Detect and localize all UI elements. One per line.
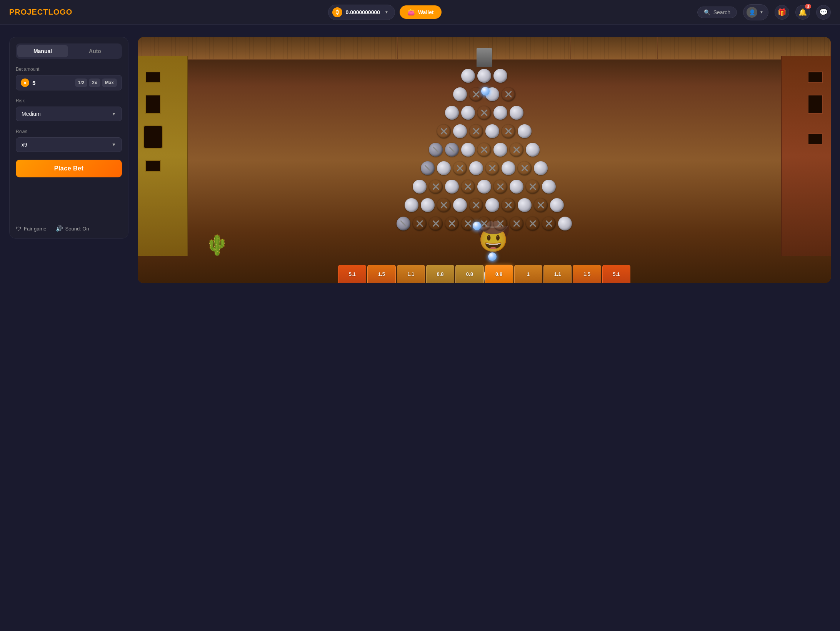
sound-button[interactable]: 🔊 Sound: On <box>56 225 89 232</box>
shield-icon: 🛡 <box>16 225 22 232</box>
peg <box>461 106 475 120</box>
gift-button[interactable]: 🎁 <box>775 5 789 20</box>
ceiling-plank <box>224 37 311 59</box>
score-bucket: 0.8 <box>485 265 513 283</box>
bell-icon: 🔔 <box>798 8 807 17</box>
peg <box>405 198 418 212</box>
peg <box>477 106 491 120</box>
peg <box>526 143 540 157</box>
footer-row: 🛡 Fair game 🔊 Sound: On <box>16 224 122 232</box>
bet-amount-section: Bet amount ● 5 1/2 2x Max <box>16 67 122 90</box>
ceiling-plank <box>398 37 484 59</box>
peg-row <box>353 179 615 195</box>
fair-game-button[interactable]: 🛡 Fair game <box>16 225 47 232</box>
logo-suffix: LOGO <box>48 8 72 16</box>
peg <box>502 87 515 101</box>
score-bucket: 0.8 <box>426 265 454 283</box>
ball-1 <box>481 87 490 95</box>
peg <box>461 180 475 194</box>
bet-amount-label: Bet amount <box>16 67 122 72</box>
tab-auto[interactable]: Auto <box>70 45 120 57</box>
peg <box>502 124 515 138</box>
peg <box>493 180 507 194</box>
score-bucket: 1.5 <box>367 265 395 283</box>
ceiling-plank <box>571 37 657 59</box>
peg <box>542 217 556 230</box>
peg <box>485 161 499 175</box>
sound-icon: 🔊 <box>56 225 63 232</box>
btc-icon: ₿ <box>332 7 342 17</box>
ceiling-plank <box>658 37 744 59</box>
max-bet-button[interactable]: Max <box>102 78 117 87</box>
peg <box>526 217 540 230</box>
peg <box>437 124 451 138</box>
wallet-button[interactable]: 👛 Wallet <box>400 5 442 19</box>
rows-section: Rows x9 ▼ <box>16 129 122 152</box>
ball-3 <box>488 252 497 261</box>
building-right <box>781 56 831 256</box>
peg-row <box>353 123 615 139</box>
logo: PROJECTLOGO <box>9 8 72 17</box>
rows-select[interactable]: x9 ▼ <box>16 137 122 152</box>
wallet-icon: 👛 <box>407 8 415 16</box>
chat-button[interactable]: 💬 <box>816 5 831 20</box>
peg-row <box>353 105 615 121</box>
peg <box>550 198 564 212</box>
main-content: Manual Auto Bet amount ● 5 1/2 2x Max Ri… <box>0 25 840 295</box>
double-bet-button[interactable]: 2x <box>89 78 100 87</box>
peg <box>510 217 523 230</box>
user-menu[interactable]: 👤 ▼ <box>743 4 768 20</box>
rows-label: Rows <box>16 129 122 134</box>
ceiling-plank <box>744 37 831 59</box>
header-center: ₿ 0.0000000000 ▼ 👛 Wallet <box>328 5 441 20</box>
ceiling-plank <box>311 37 398 59</box>
peg <box>445 217 459 230</box>
peg <box>518 124 532 138</box>
peg <box>469 198 483 212</box>
risk-select[interactable]: Medium ▼ <box>16 107 122 121</box>
building-left <box>138 56 188 256</box>
peg <box>453 87 467 101</box>
half-bet-button[interactable]: 1/2 <box>75 78 88 87</box>
risk-value: Medium <box>22 111 41 117</box>
chat-icon: 💬 <box>819 8 828 17</box>
peg <box>477 143 491 157</box>
peg <box>445 106 459 120</box>
peg <box>429 180 443 194</box>
ceiling-plank <box>484 37 571 59</box>
tab-manual[interactable]: Manual <box>17 45 68 57</box>
peg <box>469 87 483 101</box>
peg <box>510 106 523 120</box>
peg <box>477 69 491 83</box>
peg <box>502 161 515 175</box>
balance-pill[interactable]: ₿ 0.0000000000 ▼ <box>328 5 395 20</box>
peg <box>453 198 467 212</box>
peg <box>534 198 548 212</box>
peg <box>453 124 467 138</box>
score-bucket: 1 <box>514 265 542 283</box>
peg <box>469 161 483 175</box>
peg <box>429 217 443 230</box>
peg <box>461 143 475 157</box>
score-bucket: 0.8 <box>455 265 483 283</box>
peg <box>493 106 507 120</box>
score-bucket: 1.1 <box>543 265 572 283</box>
peg-row <box>353 160 615 176</box>
peg <box>421 198 435 212</box>
peg <box>502 198 515 212</box>
notification-button[interactable]: 🔔 3 <box>795 5 810 20</box>
logo-prefix: PROJECT <box>9 8 48 16</box>
bet-value-display: 5 <box>32 80 72 86</box>
peg-row <box>353 68 615 84</box>
place-bet-button[interactable]: Place Bet <box>16 160 122 177</box>
peg <box>493 217 507 230</box>
notification-badge: 3 <box>805 4 811 9</box>
peg <box>413 217 427 230</box>
risk-label: Risk <box>16 98 122 103</box>
search-bar[interactable]: 🔍 Search <box>697 7 737 18</box>
peg <box>437 198 451 212</box>
mode-tabs: Manual Auto <box>16 43 122 59</box>
peg <box>461 69 475 83</box>
fair-game-label: Fair game <box>24 226 47 232</box>
score-bucket: 5.1 <box>602 265 630 283</box>
